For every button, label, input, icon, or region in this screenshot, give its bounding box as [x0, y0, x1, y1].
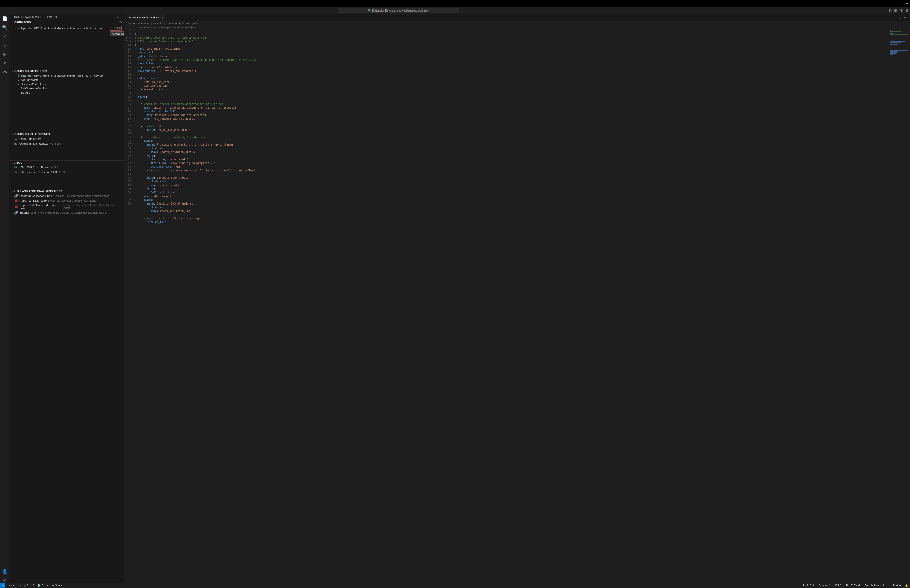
- nav-back-icon[interactable]: ←: [113, 8, 116, 13]
- sync-icon: ↻: [18, 584, 21, 587]
- help-row[interactable]: 🔗 Tutorial Learn more by trying the Oper…: [10, 210, 124, 215]
- accounts-icon[interactable]: 👤: [2, 569, 7, 574]
- activity-bar: 📄 🔍 ⑂ ▷ ⊞ ↗ ⚙ 👤 ⚙: [0, 14, 10, 583]
- problems-item[interactable]: ⊘6 ⚠0: [24, 584, 34, 587]
- remote-explorer-icon[interactable]: ↗: [2, 61, 7, 66]
- split-editor-icon[interactable]: ◫: [899, 16, 901, 19]
- section-about[interactable]: ⌄ ABOUT: [10, 161, 124, 165]
- about-label: IBM Operator Collection SDK: [19, 171, 57, 174]
- code-editor[interactable]: --- # # Copyright 2023 IBM Inc. All Righ…: [134, 29, 889, 583]
- eol-item[interactable]: LF: [844, 584, 848, 587]
- branch-name: dev: [11, 584, 15, 587]
- editor-area: ! provision-tmdb-wazi.yml × ◫ ••• zos_im…: [124, 14, 910, 583]
- indentation-item[interactable]: Spaces: 2: [819, 584, 831, 587]
- resource-child-row[interactable]: ⌄ OperatorCollections: [10, 82, 124, 86]
- command-center[interactable]: 🔍 [Extension Development Host] readme-co…: [338, 8, 459, 13]
- chevron-down-icon: ⌄: [11, 70, 13, 73]
- cluster-info-row[interactable]: ☁ OpenShift Cluster ...: [10, 137, 124, 141]
- resource-child-row[interactable]: ⌄ ZosEndpoints: [10, 78, 124, 82]
- breadcrumb-item[interactable]: playbooks: [151, 22, 163, 25]
- error-icon: ⊘: [24, 584, 26, 587]
- help-label: Operator Collection Spec: [19, 194, 52, 197]
- resource-root-label: Operator: IBM Z and Cloud Modernization …: [21, 74, 103, 78]
- section-label: OPERATORS: [15, 21, 31, 24]
- run-debug-icon[interactable]: ▷: [2, 43, 7, 48]
- breadcrumb-item[interactable]: provision-tmdb-wazi.yml: [168, 22, 196, 25]
- cluster-info-row[interactable]: ◉ OpenShift Namespace yemi-dev: [10, 141, 124, 146]
- remote-indicator[interactable]: ⎇: [0, 583, 5, 588]
- minimap[interactable]: [889, 29, 910, 583]
- ibm-operator-icon[interactable]: ⚙: [2, 69, 7, 75]
- resource-child-row[interactable]: ⌄ TMDBs: [10, 90, 124, 95]
- section-openshift-resources[interactable]: ⌄ OPENSHIFT RESOURCES: [10, 69, 124, 73]
- layout-customize-icon[interactable]: ⊞: [905, 9, 908, 12]
- gear-icon: ⚙: [14, 166, 18, 169]
- undo-icon[interactable]: ↺: [116, 27, 118, 29]
- resource-root-row[interactable]: ⌄ ⚙ Operator: IBM Z and Cloud Modernizat…: [10, 73, 124, 78]
- warning-count: 0: [33, 584, 34, 587]
- settings-icon[interactable]: ⚙: [2, 577, 7, 583]
- section-help[interactable]: ⌄ HELP AND ADDITIONAL RESOURCES: [10, 189, 124, 194]
- operator-row[interactable]: ⌄ ⚙ Operator: IBM Z and Cloud Modernizat…: [10, 25, 124, 31]
- operator-actions-highlight: ▷ □ ↺ ≡ Create Operator: [110, 26, 122, 31]
- section-cluster-info[interactable]: ⌄ OPENSHIFT CLUSTER INFO: [10, 132, 124, 137]
- sidebar: IBM OPERATOR COLLECTION SDK ••• ⌄ OPERAT…: [10, 14, 124, 583]
- stop-icon[interactable]: □: [114, 27, 115, 29]
- extensions-icon[interactable]: ⊞: [2, 52, 7, 57]
- help-row[interactable]: 🔗 Operator Collection Spec Operator Coll…: [10, 194, 124, 198]
- section-operators[interactable]: ⌄ OPERATORS ↻: [10, 20, 124, 25]
- about-row[interactable]: ⚙ IBM Operator Collection SDK 1.0.0: [10, 170, 124, 174]
- layout-secondary-sidebar-icon[interactable]: ◨: [900, 9, 903, 12]
- bug-icon: 🐞: [14, 199, 18, 202]
- nav-forward-icon[interactable]: →: [118, 8, 122, 13]
- help-label: Report a VS Code Extension Issue: [19, 204, 62, 210]
- tooltip-text: Create Operator: [112, 32, 124, 35]
- sidebar-more-icon[interactable]: •••: [117, 16, 121, 19]
- line-gutter: 1 2 3 4 5 6 7 8 9 10 11 12 13 14 15 16 1…: [124, 29, 134, 583]
- help-row[interactable]: 🐞 Report an SDK Issue Report an Operator…: [10, 198, 124, 203]
- bug-icon: 🐞: [14, 205, 18, 208]
- breadcrumb-item[interactable]: ...: [199, 22, 201, 25]
- search-icon[interactable]: 🔍: [2, 25, 7, 30]
- play-icon[interactable]: ▷: [111, 27, 113, 29]
- layout-panel-icon[interactable]: ▣: [894, 9, 897, 12]
- gear-icon: ⚙: [18, 74, 20, 78]
- breadcrumb-item[interactable]: zos_ims_operator: [127, 22, 148, 25]
- encoding-item[interactable]: UTF-8: [834, 584, 841, 587]
- warning-icon: ⚠: [29, 584, 32, 587]
- chevron-down-icon: ⌄: [18, 79, 19, 81]
- source-control-icon[interactable]: ⑂: [2, 34, 7, 39]
- radio-icon: 📡: [37, 584, 40, 587]
- cursor-position[interactable]: Ln 1, Col 1: [803, 584, 816, 587]
- layout-primary-sidebar-icon[interactable]: ◧: [889, 9, 892, 12]
- search-icon: 🔍: [368, 9, 371, 12]
- notifications-icon[interactable]: 🔔: [905, 584, 908, 587]
- breadcrumb[interactable]: zos_ims_operator › playbooks › ! provisi…: [124, 21, 910, 26]
- branch-item[interactable]: ⑂ dev: [8, 584, 15, 587]
- help-label: Tutorial: [19, 211, 29, 214]
- resource-child-row[interactable]: ⌄ SubOperatorConfigs: [10, 86, 124, 90]
- tab-active[interactable]: ! provision-tmdb-wazi.yml ×: [124, 14, 166, 21]
- sync-item[interactable]: ↻: [18, 584, 21, 587]
- gear-icon: ⚙: [18, 26, 20, 30]
- explorer-icon[interactable]: 📄: [2, 16, 7, 21]
- lang-ext-item[interactable]: { } YAML: [851, 584, 861, 587]
- prettier-item[interactable]: ✓✓ Prettier: [888, 584, 902, 587]
- search-placeholder: [Extension Development Host] readme-coll…: [372, 9, 429, 12]
- eol-text: LF: [844, 584, 848, 587]
- reload-icon[interactable]: ↻: [119, 21, 122, 24]
- lncol-text: Ln 1, Col 1: [803, 584, 816, 587]
- about-row[interactable]: ⚙ IBM z/OS Cloud Broker v2.2.3: [10, 165, 124, 170]
- close-icon[interactable]: ×: [162, 16, 163, 19]
- list-icon[interactable]: ≡: [119, 27, 121, 29]
- sidebar-title-bar: IBM OPERATOR COLLECTION SDK •••: [10, 14, 124, 20]
- more-actions-icon[interactable]: •••: [904, 16, 907, 19]
- ports-item[interactable]: 📡0: [37, 584, 43, 587]
- chevron-down-icon: ⌄: [14, 74, 16, 77]
- help-row[interactable]: 🐞 Report a VS Code Extension Issue Repor…: [10, 203, 124, 210]
- gear-icon: ⚙: [14, 170, 18, 174]
- status-bar: ⎇ ⑂ dev ↻ ⊘6 ⚠0 📡0 ↗ Live Share Ln 1, Co…: [0, 583, 910, 588]
- chevron-down-icon: ⌄: [18, 87, 19, 90]
- liveshare-item[interactable]: ↗ Live Share: [46, 584, 62, 587]
- lang-mode-item[interactable]: Ansible Playbook: [865, 584, 885, 587]
